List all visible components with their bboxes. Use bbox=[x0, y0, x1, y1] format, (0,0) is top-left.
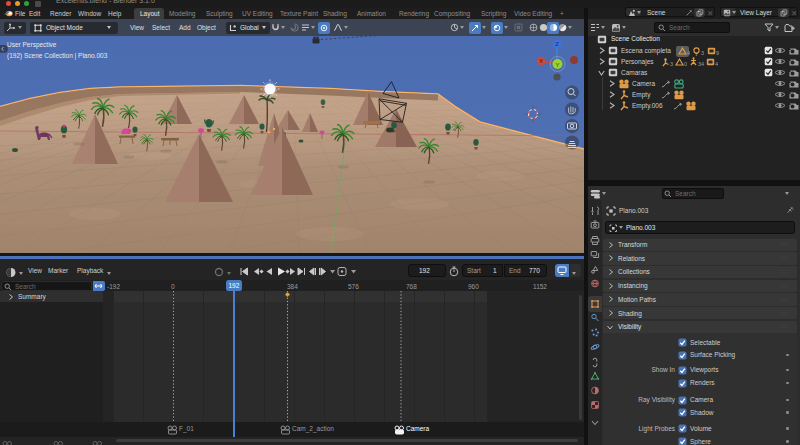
svg-text:(192) Scene Collection | Plano: (192) Scene Collection | Plano.003 bbox=[7, 52, 108, 60]
svg-text:User Perspective: User Perspective bbox=[7, 41, 57, 49]
svg-text:Y: Y bbox=[555, 62, 559, 68]
svg-text:Z: Z bbox=[555, 41, 559, 47]
svg-text:X: X bbox=[539, 58, 543, 64]
